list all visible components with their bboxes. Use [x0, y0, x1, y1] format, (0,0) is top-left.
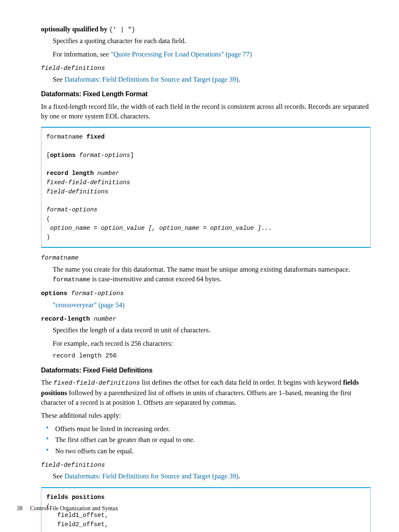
def-term-record-length: record-length number: [41, 315, 371, 324]
text: See: [53, 75, 64, 83]
list-item: No two offsets can be equal.: [41, 446, 371, 456]
page-footer: 38Control File Organization and Syntax: [17, 504, 118, 513]
def-term-formatname: formatname: [41, 254, 371, 262]
param: format-options: [67, 290, 124, 297]
def-term-optionally-qualified: optionally qualified by {' | "}: [41, 24, 371, 34]
inline-code: fixed-field-definitions: [54, 380, 140, 387]
param: number: [90, 316, 116, 323]
page-number: 38: [17, 505, 23, 511]
def-para: For example, each record is 256 characte…: [53, 339, 371, 348]
term-code: {' | "}: [109, 26, 136, 33]
text: list defines the offset for each data fi…: [140, 378, 343, 386]
keyword: options: [41, 290, 67, 297]
def-para: Specifies a quoting character for each d…: [53, 36, 371, 46]
link-field-definitions[interactable]: Dataformats: Field Definitions for Sourc…: [64, 472, 238, 480]
heading-fixed-field-definitions: Dataformats: Fixed Field Definitions: [41, 366, 371, 375]
def-body: See Dataformats: Field Definitions for S…: [53, 471, 371, 481]
para-fixed-field-intro: The fixed-field-definitions list defines…: [41, 378, 371, 407]
code-block-fixed-format: formatname fixed [options format-options…: [41, 127, 371, 248]
code-line: record length 256: [53, 352, 371, 360]
para-fixed-length-intro: In a fixed-length record file, the width…: [41, 102, 371, 121]
rules-list: Offsets must be listed in increasing ord…: [41, 424, 371, 456]
text: .: [238, 472, 240, 480]
term-label: optionally qualified by: [41, 25, 107, 33]
text: followed by a parenthesized list of offs…: [41, 389, 351, 406]
link-quote-processing[interactable]: "Quote Processing For Load Operations" (…: [110, 50, 252, 58]
link-crossoveryear[interactable]: "crossoveryear" (page 54): [53, 301, 125, 309]
list-item: Offsets must be listed in increasing ord…: [41, 424, 371, 434]
def-body: "crossoveryear" (page 54): [53, 300, 371, 310]
def-para: Specifies the length of a data record in…: [53, 325, 371, 335]
text: .: [238, 75, 240, 83]
def-body: Specifies the length of a data record in…: [53, 325, 371, 360]
def-term-field-definitions: field-definitions: [41, 64, 371, 73]
def-body: Specifies a quoting character for each d…: [53, 36, 371, 59]
link-field-definitions[interactable]: Dataformats: Field Definitions for Sourc…: [64, 75, 238, 83]
footer-title: Control File Organization and Syntax: [30, 505, 118, 511]
text: For information, see: [53, 50, 110, 58]
def-para: For information, see "Quote Processing F…: [53, 49, 371, 59]
text: The: [41, 378, 54, 386]
inline-code: formatname: [53, 276, 90, 283]
def-body: The name you create for this dataformat.…: [53, 265, 371, 285]
text: See: [53, 472, 64, 480]
def-term-options: options format-options: [41, 289, 371, 298]
para-rules-intro: These additional rules apply:: [41, 411, 371, 420]
keyword: record-length: [41, 316, 90, 323]
def-body: See Dataformats: Field Definitions for S…: [53, 75, 371, 84]
def-term-field-definitions: field-definitions: [41, 461, 371, 470]
text: The name you create for this dataformat.…: [53, 265, 350, 273]
list-item: The first offset can be greater than or …: [41, 435, 371, 445]
heading-fixed-length-format: Dataformats: Fixed Length Format: [41, 90, 371, 99]
text: is case-insensitive and cannot exceed 64…: [90, 275, 221, 283]
